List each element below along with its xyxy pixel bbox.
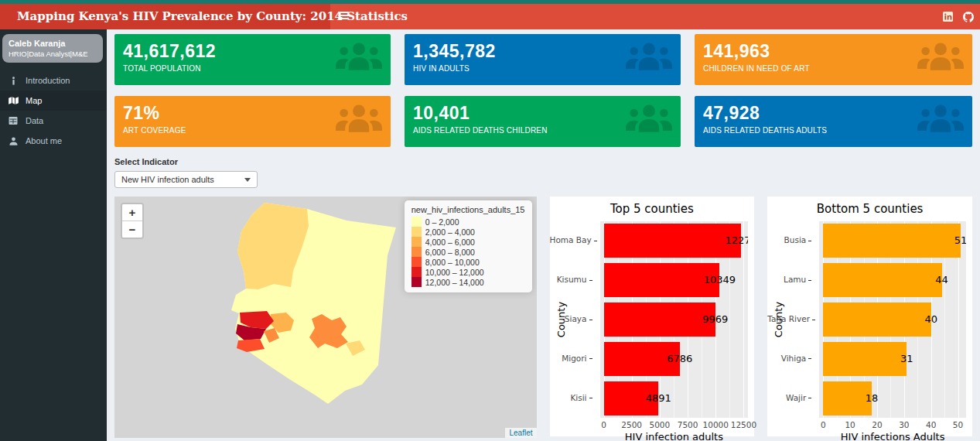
- legend-swatch: [411, 267, 422, 277]
- users-icon: [335, 102, 383, 139]
- bar-value-label: 4891: [646, 392, 671, 404]
- leaflet-attribution-link[interactable]: Leaflet: [505, 428, 536, 438]
- y-axis-category-label: Wajir: [767, 393, 811, 402]
- bar-wajir: [823, 381, 872, 415]
- y-axis-category-label: Migori: [550, 354, 592, 363]
- main-content: 41,617,612TOTAL POPULATION1,345,782HIV I…: [107, 29, 980, 441]
- chart-panel: 1227310349996967864891: [600, 221, 749, 418]
- bar-value-label: 12273: [725, 234, 748, 246]
- y-axis-category-label: Busia: [767, 235, 811, 244]
- linkedin-icon[interactable]: [943, 12, 953, 22]
- users-icon: [917, 40, 965, 77]
- x-axis-tick-label: 7500: [678, 420, 698, 429]
- x-axis-tick-label: 40: [926, 420, 936, 429]
- bar-homa-bay: [604, 224, 742, 258]
- y-axis-title: County: [555, 302, 566, 337]
- leaflet-map[interactable]: + − new_hiv_infections_adults_15 0 – 2,0…: [114, 197, 537, 438]
- bar-busia: [823, 224, 961, 258]
- zoom-in-button[interactable]: +: [122, 204, 142, 221]
- x-axis: 02500500075001000012500: [604, 420, 749, 430]
- bar-lamu: [823, 263, 941, 297]
- sidebar-item-about-me[interactable]: About me: [0, 131, 107, 151]
- users-icon: [625, 102, 673, 139]
- bar-value-label: 44: [935, 274, 948, 285]
- x-axis-tick-label: 20: [872, 420, 882, 429]
- sidebar-item-map[interactable]: Map: [0, 91, 107, 111]
- legend-row: 4,000 – 6,000: [411, 237, 525, 247]
- sidebar-item-introduction[interactable]: Introduction: [0, 70, 107, 91]
- legend-title: new_hiv_infections_adults_15: [411, 205, 525, 214]
- y-axis-category-label: Kisii: [550, 393, 592, 402]
- plot-area: 5144403118BusiaLamuTana RiverVihigaWajir…: [767, 218, 972, 436]
- user-icon: [8, 137, 19, 145]
- bar-vihiga: [823, 342, 907, 376]
- sidebar-item-label: Map: [26, 96, 42, 105]
- legend-row: 10,000 – 12,000: [411, 267, 525, 277]
- bar-tana-river: [823, 303, 930, 337]
- value-box-grid: 41,617,612TOTAL POPULATION1,345,782HIV I…: [114, 34, 972, 147]
- header-bar: Mapping Kenya's HIV Prevalence by County…: [0, 4, 980, 29]
- sidebar: Caleb Karanja HRIO|Data Analyst|M&E Intr…: [0, 29, 107, 441]
- value-box-aids-related-deaths-adults: 47,928AIDS RELATED DEATHS ADULTS: [695, 96, 972, 147]
- zoom-out-button[interactable]: −: [122, 221, 142, 238]
- chevron-down-icon: [244, 178, 251, 182]
- y-axis-title: County: [773, 302, 784, 337]
- value-box-children-in-need-of-art: 141,963CHILDREN IN NEED OF ART: [695, 34, 972, 85]
- sidebar-item-label: About me: [26, 136, 62, 145]
- plot-area: 1227310349996967864891Homa BayKisumuSiay…: [550, 218, 755, 436]
- y-axis-category-label: Lamu: [767, 275, 811, 284]
- sidebar-item-label: Introduction: [26, 76, 70, 85]
- value-box-art-coverage: 71%ART COVERAGE: [114, 96, 391, 147]
- sidebar-item-label: Data: [26, 116, 43, 125]
- x-axis-title: HIV infections Adults: [819, 431, 966, 441]
- legend-bin-label: 8,000 – 10,000: [425, 258, 480, 267]
- legend-swatch: [411, 217, 422, 227]
- legend-bin-label: 0 – 2,000: [425, 217, 459, 227]
- info-icon: [8, 77, 19, 85]
- indicator-label: Select Indicator: [114, 157, 972, 166]
- map-legend: new_hiv_infections_adults_15 0 – 2,0002,…: [405, 200, 532, 292]
- sidebar-item-data[interactable]: Data: [0, 111, 107, 131]
- app-title: Mapping Kenya's HIV Prevalence by County…: [0, 4, 330, 29]
- chart-top5-counties: Top 5 counties1227310349996967864891Homa…: [550, 197, 755, 436]
- y-axis-category-label: Kisumu: [550, 275, 592, 284]
- user-role: HRIO|Data Analyst|M&E: [9, 49, 97, 59]
- chart-bottom5-counties: Bottom 5 counties5144403118BusiaLamuTana…: [767, 197, 972, 436]
- dashboard-app: Mapping Kenya's HIV Prevalence by County…: [0, 0, 980, 441]
- legend-row: 0 – 2,000: [411, 217, 525, 227]
- x-axis-tick-label: 10: [845, 420, 855, 429]
- legend-swatch: [411, 277, 422, 287]
- github-icon[interactable]: [963, 12, 974, 22]
- x-axis-tick-label: 5000: [650, 420, 671, 429]
- indicator-selected-value: New HIV infection adults: [121, 175, 244, 184]
- x-axis-tick-label: 50: [953, 420, 963, 429]
- legend-bin-label: 10,000 – 12,000: [425, 268, 484, 277]
- legend-row: 12,000 – 14,000: [411, 277, 525, 287]
- bar-value-label: 31: [900, 353, 913, 364]
- gridline: [743, 221, 744, 418]
- users-icon: [335, 40, 383, 77]
- legend-swatch: [411, 257, 422, 267]
- x-axis-tick-label: 12500: [731, 420, 756, 429]
- x-axis-tick-label: 0: [601, 420, 606, 429]
- hamburger-icon[interactable]: [338, 12, 349, 21]
- legend-swatch: [411, 227, 422, 237]
- indicator-select[interactable]: New HIV infection adults: [114, 171, 258, 188]
- bar-value-label: 10349: [704, 274, 736, 285]
- users-icon: [917, 102, 965, 139]
- bar-siaya: [604, 303, 715, 337]
- bar-value-label: 51: [954, 234, 966, 246]
- chart-panel: 5144403118: [819, 221, 966, 418]
- legend-bin-label: 6,000 – 8,000: [425, 248, 475, 257]
- x-axis-title: HIV infection adults: [600, 431, 749, 441]
- legend-swatch: [411, 247, 422, 257]
- x-axis-tick-label: 10000: [703, 420, 729, 429]
- bar-value-label: 6786: [667, 353, 692, 364]
- y-axis-category-label: Homa Bay: [550, 235, 592, 244]
- map-zoom-control: + −: [121, 203, 144, 239]
- legend-row: 8,000 – 10,000: [411, 257, 525, 267]
- legend-row: 6,000 – 8,000: [411, 247, 525, 257]
- value-box-total-population: 41,617,612TOTAL POPULATION: [114, 34, 391, 85]
- y-axis-category-label: Vihiga: [767, 354, 811, 363]
- bar-value-label: 18: [866, 392, 879, 404]
